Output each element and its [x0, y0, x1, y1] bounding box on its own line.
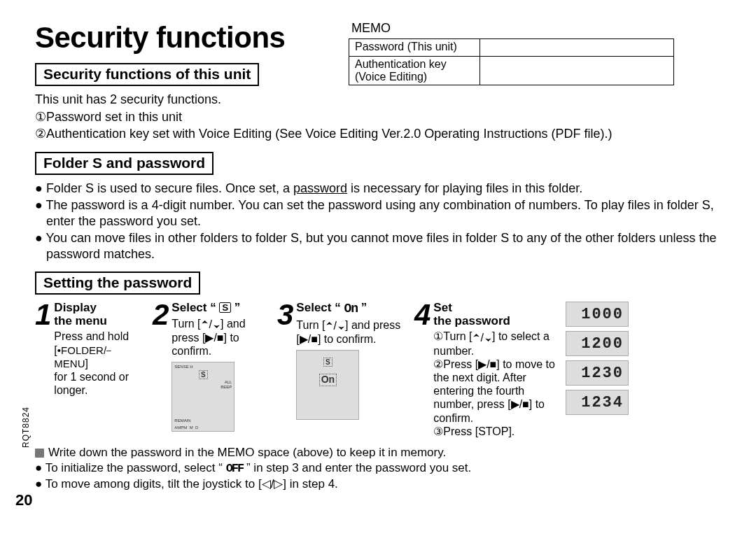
section2-b3: ● You can move files in other folders to…	[35, 230, 735, 262]
section3-heading: Setting the password	[35, 271, 200, 295]
memo-table: Password (This unit) Authentication key …	[349, 38, 674, 85]
memo-block: MEMO Password (This unit) Authentication…	[349, 21, 674, 85]
play-stop-icon: ▶/■	[511, 398, 529, 410]
joystick-turn-icon: /	[472, 331, 492, 344]
joystick-turn-icon: /	[326, 319, 345, 332]
section1-item1: ①Password set in this unit	[35, 109, 735, 125]
section2-heading: Folder S and password	[35, 152, 214, 175]
section1-intro: This unit has 2 security functions.	[35, 92, 735, 108]
lcd-preview-s: SENSE H S ALLBEEP REMAIN AMPM M D	[172, 362, 234, 432]
section2-b1: ● Folder S is used to secure files. Once…	[35, 181, 735, 197]
step-1: 1 Displaythe menu Press and hold[•FOLDER…	[35, 302, 147, 438]
step-num-4: 4	[414, 302, 430, 328]
step-num-1: 1	[35, 302, 51, 328]
section1-heading: Security functions of this unit	[35, 63, 259, 86]
step-2: 2 Select “ S ” Turn [/] and press [▶/■] …	[153, 302, 272, 438]
play-stop-icon: ▶/■	[300, 333, 318, 345]
step-4: 4 Setthe password ①Turn [/] to select a …	[414, 302, 560, 438]
step-num-2: 2	[153, 302, 169, 328]
lcd-3: 1230	[566, 360, 629, 386]
page-number: 20	[15, 491, 32, 509]
step-num-3: 3	[277, 302, 293, 328]
section1-item2: ②Authentication key set with Voice Editi…	[35, 126, 735, 142]
memo-label: MEMO	[351, 21, 674, 36]
off-icon: OFF	[226, 462, 244, 475]
lcd-1: 1000	[566, 302, 629, 327]
section2-b2: ● The password is a 4-digit number. You …	[35, 197, 735, 229]
step-3: 3 Select “ On ” Turn [/] and press [▶/■]…	[277, 302, 409, 438]
play-stop-icon: ▶/■	[478, 358, 496, 370]
doc-code: RQT8824	[21, 407, 31, 448]
lcd-2: 1200	[566, 331, 629, 356]
play-stop-icon: ▶/■	[205, 332, 223, 344]
steps-row: 1 Displaythe menu Press and hold[•FOLDER…	[35, 302, 735, 438]
joystick-turn-icon: /	[201, 318, 220, 331]
footnotes: !Write down the password in the MEMO spa…	[35, 445, 735, 492]
on-icon: On	[344, 302, 358, 316]
folder-s-icon: S	[219, 302, 231, 313]
lcd-4: 1234	[566, 390, 629, 415]
lcd-sequence: 1000 1200 1230 1234	[566, 302, 629, 438]
lcd-preview-on: S On	[296, 350, 359, 420]
alert-icon: !	[35, 449, 44, 458]
